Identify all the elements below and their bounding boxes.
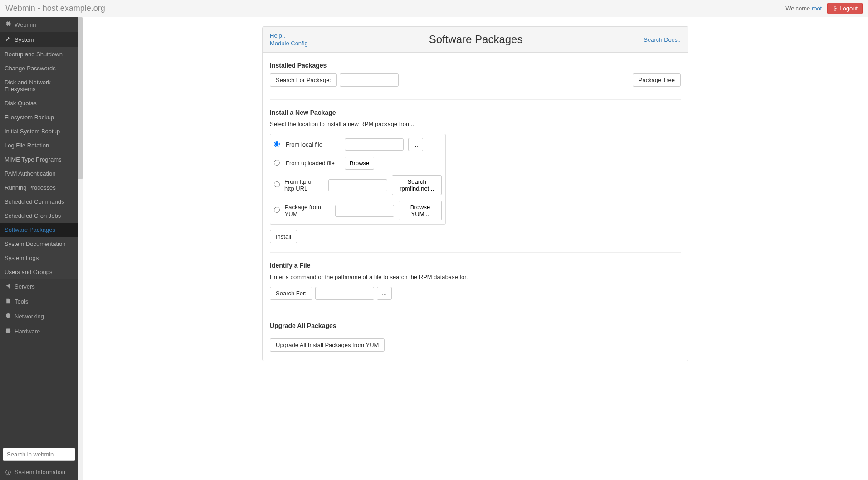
sidebar-category-label: Hardware bbox=[15, 328, 40, 335]
sidebar-item-running-processes[interactable]: Running Processes bbox=[0, 181, 78, 195]
installed-packages-section: Installed Packages Search For Package: P… bbox=[270, 62, 681, 100]
install-source-radio[interactable] bbox=[274, 160, 280, 166]
sidebar-scrollbar[interactable] bbox=[78, 17, 83, 480]
install-source-row: From ftp or http URLSearch rpmfind.net .… bbox=[270, 172, 445, 198]
hdd-icon bbox=[5, 328, 11, 335]
sidebar-category-networking[interactable]: Networking bbox=[0, 309, 78, 324]
plane-icon bbox=[5, 283, 11, 290]
sidebar-search-input[interactable] bbox=[3, 448, 75, 461]
shield-icon bbox=[5, 313, 11, 320]
install-source-radio[interactable] bbox=[274, 207, 280, 213]
info-icon bbox=[5, 470, 11, 475]
logout-button[interactable]: Logout bbox=[827, 3, 863, 14]
main-content: Help.. Module Config Software Packages S… bbox=[83, 17, 868, 480]
panel-header: Help.. Module Config Software Packages S… bbox=[263, 27, 688, 53]
system-information-link[interactable]: System Information bbox=[0, 464, 78, 480]
gear-icon bbox=[5, 21, 11, 28]
identify-file-section: Identify a File Enter a command or the p… bbox=[270, 262, 681, 313]
search-for-browse-button[interactable]: ... bbox=[377, 287, 392, 300]
install-source-input[interactable] bbox=[335, 205, 394, 217]
install-source-label: From uploaded file bbox=[286, 160, 340, 167]
svg-rect-2 bbox=[8, 471, 9, 472]
sidebar-item-mime-type-programs[interactable]: MIME Type Programs bbox=[0, 152, 78, 167]
sidebar-item-users-and-groups[interactable]: Users and Groups bbox=[0, 265, 78, 279]
install-new-section: Install a New Package Select the locatio… bbox=[270, 109, 681, 253]
module-config-link[interactable]: Module Config bbox=[270, 40, 308, 47]
install-source-label: From ftp or http URL bbox=[284, 178, 324, 192]
sidebar-category-servers[interactable]: Servers bbox=[0, 279, 78, 294]
sidebar-category-label: Webmin bbox=[15, 21, 36, 28]
package-tree-button[interactable]: Package Tree bbox=[633, 73, 681, 87]
sidebar-item-log-file-rotation[interactable]: Log File Rotation bbox=[0, 138, 78, 152]
sidebar-item-system-logs[interactable]: System Logs bbox=[0, 251, 78, 265]
install-new-hint: Select the location to install a new RPM… bbox=[270, 121, 681, 127]
file-icon bbox=[5, 298, 11, 305]
install-source-radio[interactable] bbox=[274, 141, 280, 147]
identify-hint: Enter a command or the pathname of a fil… bbox=[270, 274, 681, 280]
sidebar-item-disk-and-network-filesystems[interactable]: Disk and Network Filesystems bbox=[0, 75, 78, 96]
logout-icon bbox=[832, 6, 838, 11]
sidebar-item-filesystem-backup[interactable]: Filesystem Backup bbox=[0, 110, 78, 124]
install-source-input[interactable] bbox=[328, 179, 387, 191]
install-new-heading: Install a New Package bbox=[270, 109, 681, 116]
install-source-extra-button[interactable]: ... bbox=[408, 138, 423, 151]
sidebar-item-scheduled-commands[interactable]: Scheduled Commands bbox=[0, 195, 78, 209]
sidebar-category-label: Servers bbox=[15, 283, 35, 290]
search-docs-link[interactable]: Search Docs.. bbox=[644, 36, 681, 43]
app-title: Webmin - host.example.org bbox=[5, 4, 105, 13]
user-link[interactable]: root bbox=[812, 5, 822, 12]
upgrade-heading: Upgrade All Packages bbox=[270, 322, 681, 329]
page-title: Software Packages bbox=[429, 33, 523, 46]
sidebar-item-scheduled-cron-jobs[interactable]: Scheduled Cron Jobs bbox=[0, 209, 78, 223]
sidebar-item-pam-authentication[interactable]: PAM Authentication bbox=[0, 167, 78, 181]
sidebar-category-tools[interactable]: Tools bbox=[0, 294, 78, 309]
install-source-extra-button[interactable]: Search rpmfind.net .. bbox=[392, 175, 442, 195]
install-source-label: From local file bbox=[286, 141, 340, 148]
sidebar-item-change-passwords[interactable]: Change Passwords bbox=[0, 61, 78, 75]
installed-heading: Installed Packages bbox=[270, 62, 681, 69]
sidebar-category-label: Networking bbox=[15, 313, 44, 320]
svg-rect-1 bbox=[8, 472, 9, 474]
install-source-input[interactable] bbox=[345, 138, 404, 151]
install-button[interactable]: Install bbox=[270, 230, 297, 243]
sidebar-category-hardware[interactable]: Hardware bbox=[0, 324, 78, 339]
sidebar: WebminSystemBootup and ShutdownChange Pa… bbox=[0, 17, 78, 480]
search-package-input[interactable] bbox=[340, 73, 399, 87]
sidebar-item-bootup-and-shutdown[interactable]: Bootup and Shutdown bbox=[0, 47, 78, 61]
search-for-button[interactable]: Search For: bbox=[270, 287, 312, 300]
install-source-row: Package from YUMBrowse YUM .. bbox=[270, 198, 445, 223]
upgrade-all-button[interactable]: Upgrade All Install Packages from YUM bbox=[270, 338, 385, 352]
install-source-radio[interactable] bbox=[274, 181, 280, 187]
sidebar-item-initial-system-bootup[interactable]: Initial System Bootup bbox=[0, 124, 78, 138]
upgrade-section: Upgrade All Packages Upgrade All Install… bbox=[270, 322, 681, 352]
sidebar-category-label: Tools bbox=[15, 298, 28, 305]
search-package-button[interactable]: Search For Package: bbox=[270, 73, 337, 87]
help-link[interactable]: Help.. bbox=[270, 32, 308, 39]
install-source-row: From local file... bbox=[270, 135, 445, 154]
sidebar-category-system[interactable]: System bbox=[0, 32, 78, 47]
sidebar-item-system-documentation[interactable]: System Documentation bbox=[0, 237, 78, 251]
module-panel: Help.. Module Config Software Packages S… bbox=[262, 26, 688, 361]
wrench-icon bbox=[5, 36, 11, 43]
top-bar: Webmin - host.example.org Welcome root L… bbox=[0, 0, 868, 17]
search-for-input[interactable] bbox=[315, 287, 374, 300]
identify-heading: Identify a File bbox=[270, 262, 681, 269]
sidebar-item-disk-quotas[interactable]: Disk Quotas bbox=[0, 96, 78, 110]
install-source-box: From local file...From uploaded fileBrow… bbox=[270, 134, 446, 225]
sidebar-search-container bbox=[0, 445, 78, 464]
install-source-extra-button[interactable]: Browse bbox=[345, 157, 374, 170]
sidebar-category-label: System bbox=[15, 36, 34, 43]
install-source-row: From uploaded fileBrowse bbox=[270, 154, 445, 172]
install-source-extra-button[interactable]: Browse YUM .. bbox=[399, 201, 442, 220]
welcome-text: Welcome root bbox=[785, 5, 822, 12]
sidebar-item-software-packages[interactable]: Software Packages bbox=[0, 223, 78, 237]
install-source-label: Package from YUM bbox=[285, 204, 331, 217]
sidebar-category-webmin[interactable]: Webmin bbox=[0, 17, 78, 32]
